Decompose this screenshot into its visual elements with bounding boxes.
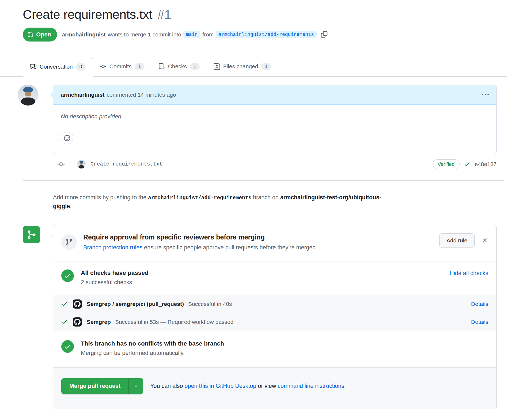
copy-branch-button[interactable] [321, 31, 328, 38]
github-app-avatar [73, 317, 82, 327]
no-conflicts-title: This branch has no conflicts with the ba… [81, 340, 224, 347]
check-success-icon [61, 301, 67, 307]
pr-state-label: Open [36, 31, 51, 38]
pr-header: Create requirements.txt #1 Open armchair… [0, 0, 507, 42]
merge-alt-prefix: You can also [150, 383, 183, 389]
file-diff-icon [214, 63, 220, 70]
no-conflicts-section: This branch has no conflicts with the ba… [53, 331, 496, 367]
push-note-period: . [70, 203, 71, 209]
github-mark-icon [74, 319, 81, 325]
rule-title: Require approval from specific reviewers… [83, 233, 317, 241]
push-note: Add more commits by pushing to the armch… [53, 193, 497, 211]
pr-state-badge: Open [23, 28, 57, 42]
push-note-middle: branch on [253, 194, 279, 201]
checks-passed-subtitle: 2 successful checks [81, 279, 149, 286]
check-row-semgrep-ci: Semgrep / semgrep/ci (pull_request) Succ… [53, 295, 496, 313]
git-pull-request-icon [28, 32, 33, 38]
merge-options-dropdown[interactable] [128, 378, 143, 394]
head-branch-chip[interactable]: armchairlinguist/add-requirements [216, 31, 316, 38]
comment-author[interactable]: armchairlinguist [61, 92, 104, 98]
comment-body-text: No description provided. [61, 113, 489, 120]
close-icon [482, 237, 488, 244]
timeline-end-divider [23, 180, 504, 181]
merge-pull-request-split-button: Merge pull request [61, 378, 143, 394]
success-check-icon [61, 340, 74, 353]
tab-commits[interactable]: Commits 1 [93, 57, 152, 76]
add-reaction-button[interactable] [61, 132, 73, 144]
branch-protection-section: Require approval from specific reviewers… [53, 225, 496, 261]
merge-alt-or-view: or view [258, 383, 276, 389]
comment-discussion-icon [30, 63, 36, 70]
success-check-icon [61, 269, 74, 282]
comment-header: armchairlinguist commented 14 minutes ag… [53, 85, 496, 105]
hide-all-checks-link[interactable]: Hide all checks [449, 270, 488, 277]
check-success-icon [61, 319, 67, 325]
tab-files-changed-label: Files changed [223, 63, 258, 70]
commit-message[interactable]: Create requirements.txt [90, 161, 162, 167]
check-row-semgrep: Semgrep Successful in 53s — Required wor… [53, 313, 496, 331]
branch-protection-rules-link[interactable]: Branch protection rules [83, 244, 142, 251]
check-details-link[interactable]: Details [471, 301, 488, 307]
git-merge-status-icon [23, 226, 40, 243]
check-status: Successful in 53s — Required workflow pa… [115, 319, 233, 325]
commit-timeline-item: Create requirements.txt Verified e48e187 [0, 154, 507, 180]
base-branch-chip[interactable]: main [183, 31, 200, 38]
tab-commits-count: 1 [135, 63, 145, 70]
pr-title-text: Create requirements.txt [23, 7, 152, 21]
pr-description-comment: armchairlinguist commented 14 minutes ag… [0, 85, 507, 154]
tab-checks[interactable]: Checks 1 [152, 57, 207, 76]
copy-icon [321, 31, 328, 38]
tab-conversation-count: 0 [76, 63, 86, 70]
dismiss-rule-button[interactable] [482, 237, 488, 244]
rule-description: ensure specific people approve pull requ… [144, 244, 317, 251]
from-word: from [202, 31, 214, 38]
tab-checks-label: Checks [168, 63, 187, 70]
tab-checks-count: 1 [190, 63, 200, 70]
pr-number: #1 [157, 7, 171, 21]
verified-badge[interactable]: Verified [433, 159, 460, 169]
check-name: Semgrep [87, 319, 111, 325]
smiley-icon [64, 135, 70, 141]
check-status: Successful in 40s [188, 301, 232, 307]
avatar[interactable] [18, 85, 39, 106]
command-line-instructions-link[interactable]: command line instructions [278, 383, 344, 389]
git-branch-icon [61, 234, 77, 250]
triangle-down-icon [133, 383, 139, 389]
pr-author[interactable]: armchairlinguist [62, 31, 105, 38]
github-mark-icon [74, 301, 81, 307]
tab-files-changed-count: 1 [261, 63, 271, 70]
checks-passed-title: All checks have passed [81, 269, 149, 276]
add-rule-button[interactable]: Add rule [439, 233, 475, 248]
git-commit-icon [100, 63, 106, 70]
tab-commits-label: Commits [109, 63, 132, 70]
push-note-prefix: Add more commits by pushing to the [53, 194, 146, 201]
no-conflicts-subtitle: Merging can be performed automatically. [81, 350, 224, 357]
commit-sha[interactable]: e48e187 [475, 161, 497, 167]
check-name: Semgrep / semgrep/ci (pull_request) [87, 301, 184, 307]
tab-files-changed[interactable]: Files changed 1 [207, 57, 278, 76]
kebab-horizontal-icon [482, 91, 489, 98]
merge-alt-period: . [344, 383, 346, 389]
tab-conversation[interactable]: Conversation 0 [23, 57, 93, 77]
comment-timestamp: commented 14 minutes ago [107, 92, 176, 98]
git-commit-icon [57, 159, 65, 170]
comment-options-button[interactable] [482, 91, 489, 98]
comment-caret [50, 91, 56, 98]
push-note-branch: armchairlinguist/add-requirements [148, 195, 251, 201]
merge-pull-request-button[interactable]: Merge pull request [61, 378, 128, 394]
pr-merge-action: wants to merge 1 commit into [108, 31, 181, 38]
check-details-link[interactable]: Details [471, 319, 488, 325]
timeline-line [61, 153, 61, 190]
github-desktop-link[interactable]: open this in GitHub Desktop [184, 383, 256, 389]
tab-conversation-label: Conversation [40, 63, 73, 70]
page-title: Create requirements.txt #1 [23, 7, 497, 22]
pr-tab-nav: Conversation 0 Commits 1 Checks 1 Files … [0, 57, 507, 77]
commit-status-check-icon[interactable] [464, 161, 470, 167]
github-app-avatar [73, 299, 82, 309]
merge-actions-footer: Merge pull request You can also open thi… [53, 367, 496, 409]
pull-request-page: Create requirements.txt #1 Open armchair… [0, 0, 507, 420]
commit-author-avatar[interactable] [77, 160, 86, 168]
checks-passed-section: All checks have passed 2 successful chec… [53, 261, 496, 295]
merge-status-box: Require approval from specific reviewers… [53, 225, 497, 409]
push-note-repo-2: giggle [53, 203, 70, 209]
